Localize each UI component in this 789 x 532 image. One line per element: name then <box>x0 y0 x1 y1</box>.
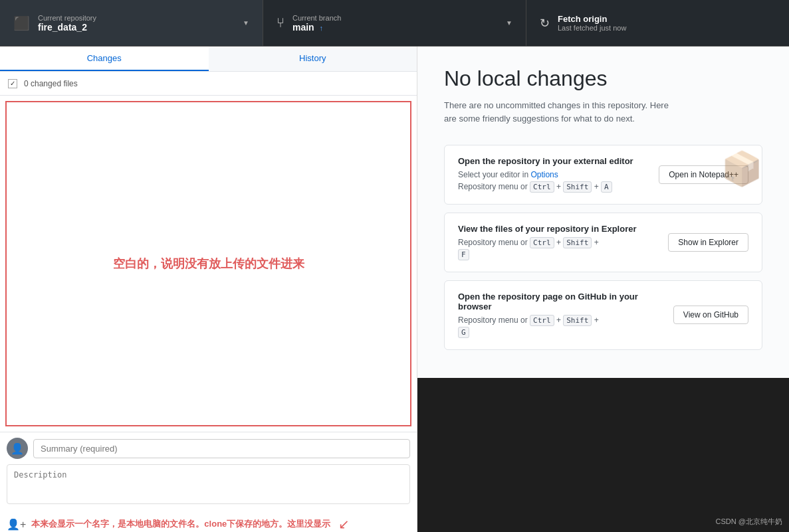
card-editor-title: Open the repository in your external edi… <box>458 156 648 166</box>
fetch-text: Fetch origin Last fetched just now <box>558 14 776 32</box>
kbd-ctrl2: Ctrl <box>530 237 554 248</box>
current-branch-section[interactable]: ⑂ Current branch main ↑ ▼ <box>263 0 526 46</box>
card-github-title: Open the repository page on GitHub in yo… <box>458 292 663 311</box>
branch-indicator: ↑ <box>320 24 324 32</box>
suggestion-card-editor: Open the repository in your external edi… <box>444 145 762 205</box>
commit-area: 👤 <box>0 432 417 512</box>
repo-icon: ⬛ <box>13 15 30 31</box>
fetch-origin-section[interactable]: ↻ Fetch origin Last fetched just now <box>526 0 789 46</box>
branch-icon: ⑂ <box>277 15 284 31</box>
annotation-row: 👤+ 本来会显示一个名字，是本地电脑的文件名。clone下保存的地方。这里没显示… <box>0 512 417 532</box>
suggestion-card-github: Open the repository page on GitHub in yo… <box>444 280 762 350</box>
file-list-area: 空白的，说明没有放上传的文件进来 <box>5 101 411 426</box>
right-panel: No local changes There are no uncommitte… <box>417 46 789 378</box>
no-changes-title: No local changes <box>444 66 762 91</box>
no-changes-subtitle: There are no uncommitted changes in this… <box>444 99 683 125</box>
main-layout: Changes History ✓ 0 changed files 空白的，说明… <box>0 46 789 532</box>
show-in-explorer-button[interactable]: Show in Explorer <box>668 233 748 252</box>
card-github-desc: Repository menu or Ctrl + Shift + G <box>458 314 663 339</box>
select-all-checkbox[interactable]: ✓ <box>8 79 17 88</box>
kbd-shift3: Shift <box>563 315 592 326</box>
watermark: CSDN @北京纯牛奶 <box>716 517 782 527</box>
fetch-icon: ↻ <box>540 16 550 31</box>
current-repo-section[interactable]: ⬛ Current repository fire_data_2 ▼ <box>0 0 263 46</box>
changed-files-bar: ✓ 0 changed files <box>0 72 417 96</box>
branch-chevron-icon: ▼ <box>506 19 512 27</box>
summary-input[interactable] <box>33 439 410 458</box>
card-editor-desc: Select your editor in Options Repository… <box>458 169 648 193</box>
file-list-placeholder: 空白的，说明没有放上传的文件进来 <box>113 256 304 272</box>
view-on-github-button[interactable]: View on GitHub <box>673 306 748 324</box>
changed-files-count: 0 changed files <box>24 79 78 88</box>
options-link[interactable]: Options <box>530 170 558 179</box>
topbar: ⬛ Current repository fire_data_2 ▼ ⑂ Cur… <box>0 0 789 46</box>
annotation-arrow-icon: ↙ <box>338 516 350 532</box>
kbd-a: A <box>601 181 612 193</box>
branch-text: Current branch main ↑ <box>292 14 501 33</box>
kbd-shift: Shift <box>563 181 592 193</box>
repo-chevron-icon: ▼ <box>243 19 249 27</box>
kbd-shift2: Shift <box>563 237 592 248</box>
card-explorer-title: View the files of your repository in Exp… <box>458 224 657 234</box>
suggestion-card-explorer: View the files of your repository in Exp… <box>444 213 762 272</box>
annotation-text: 本来会显示一个名字，是本地电脑的文件名。clone下保存的地方。这里没显示 <box>31 518 330 530</box>
branch-name: main ↑ <box>292 22 501 33</box>
kbd-f: F <box>458 249 469 260</box>
avatar: 👤 <box>7 438 28 459</box>
card-explorer-desc: Repository menu or Ctrl + Shift + F <box>458 236 657 261</box>
suggestion-info-explorer: View the files of your repository in Exp… <box>458 224 657 261</box>
fetch-label: Fetch origin <box>558 14 776 24</box>
repo-name: fire_data_2 <box>38 22 237 33</box>
commit-top-row: 👤 <box>7 438 410 459</box>
left-panel: Changes History ✓ 0 changed files 空白的，说明… <box>0 46 417 532</box>
illustration: 📦 <box>721 149 762 188</box>
kbd-ctrl: Ctrl <box>530 181 554 193</box>
kbd-ctrl3: Ctrl <box>530 315 554 326</box>
suggestion-info-editor: Open the repository in your external edi… <box>458 156 648 193</box>
tab-changes[interactable]: Changes <box>0 46 209 71</box>
tabs-bar: Changes History <box>0 46 417 72</box>
repo-text: Current repository fire_data_2 <box>38 14 237 33</box>
repo-label: Current repository <box>38 14 237 22</box>
annotation-icon: 👤+ <box>7 518 26 531</box>
kbd-g: G <box>458 327 469 338</box>
branch-label: Current branch <box>292 14 501 22</box>
fetch-sublabel: Last fetched just now <box>558 24 776 32</box>
tab-history[interactable]: History <box>209 46 417 71</box>
description-textarea[interactable] <box>7 464 410 504</box>
suggestion-info-github: Open the repository page on GitHub in yo… <box>458 292 663 339</box>
